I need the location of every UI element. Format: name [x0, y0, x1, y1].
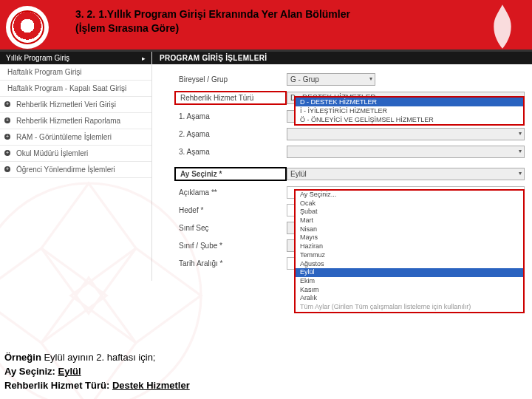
dropdown-option[interactable]: Mayıs	[296, 233, 523, 242]
sidebar-item[interactable]: +Rehberlik Hizmetleri Raporlama	[0, 113, 151, 129]
label-tarih: Tarih Aralığı *	[174, 258, 287, 269]
sidebar-item[interactable]: +RAM - Görüntüleme İşlemleri	[0, 129, 151, 146]
select-ay[interactable]: Eylül▾	[287, 168, 525, 180]
sidebar-item[interactable]: +Okul Müdürü İşlemleri	[0, 146, 151, 162]
select-bireysel-grup[interactable]: G - Grup▾	[287, 73, 375, 86]
main-panel: PROGRAM GİRİŞ İŞLEMLERİ Bireysel / Grup …	[152, 52, 532, 281]
sidebar-item[interactable]: +Rehberlik Hizmetleri Veri Girişi	[0, 97, 151, 113]
dropdown-option[interactable]: Ocak	[296, 200, 523, 208]
label-sinif-sec: Sınıf Seç	[174, 222, 287, 233]
select-asama2[interactable]: ▾	[287, 128, 525, 140]
plus-icon: +	[4, 150, 10, 156]
panel-title: PROGRAM GİRİŞ İŞLEMLERİ	[152, 52, 532, 64]
label-bireysel-grup: Bireysel / Grup	[174, 74, 287, 85]
slide-header: 3. 2. 1.Yıllık Program Girişi Ekranında …	[0, 0, 532, 52]
slide-title: 3. 2. 1.Yıllık Program Girişi Ekranında …	[75, 7, 350, 35]
label-aciklama: Açıklama **	[174, 187, 287, 198]
meb-logo	[6, 6, 49, 49]
chevron-down-icon: ▾	[369, 75, 372, 82]
chevron-down-icon: ▾	[519, 170, 522, 177]
dropdown-option[interactable]: D - DESTEK HİZMETLER	[296, 98, 523, 106]
plus-icon: +	[4, 117, 10, 123]
dropdown-option[interactable]: Eylül	[296, 268, 523, 277]
dropdown-option[interactable]: Haziran	[296, 242, 523, 251]
dropdown-option[interactable]: Tüm Aylar (Girilen Tüm çalışmaları liste…	[296, 303, 523, 312]
dropdown-option[interactable]: Temmuz	[296, 251, 523, 260]
plus-icon: +	[4, 101, 10, 107]
dropdown-option[interactable]: Ekim	[296, 277, 523, 286]
dropdown-rehberlik-hizmet-turu[interactable]: D - DESTEK HİZMETLERİ - İYİLEŞTİRİCİ HİZ…	[294, 96, 525, 126]
label-asama1: 1. Aşama	[174, 111, 287, 122]
chevron-right-icon: ▸	[142, 55, 146, 62]
label-rehberlik-hizmet-turu: Rehberlik Hizmet Türü	[174, 91, 287, 105]
example-text: Örneğin Eylül ayının 2. haftası için; Ay…	[4, 351, 190, 393]
flame-icon	[482, 3, 523, 50]
sidebar-item[interactable]: Haftalık Program - Kapalı Saat Girişi	[0, 81, 151, 97]
label-asama3: 3. Aşama	[174, 146, 287, 157]
sidebar-item[interactable]: Haftalık Program Girişi	[0, 64, 151, 81]
dropdown-option[interactable]: İ - İYİLEŞTİRİCİ HİZMETLER	[296, 106, 523, 115]
label-hedef: Hedef *	[174, 205, 287, 216]
select-asama3[interactable]: ▾	[287, 146, 525, 158]
sidebar-item[interactable]: +Öğrenci Yönlendirme İşlemleri	[0, 162, 151, 178]
plus-icon: +	[4, 134, 10, 140]
left-sidebar: Yıllık Program Giriş▸ Haftalık Program G…	[0, 52, 152, 281]
label-sinif-sube: Sınıf / Şube *	[174, 240, 287, 251]
dropdown-option[interactable]: Aralık	[296, 294, 523, 303]
dropdown-option[interactable]: Mart	[296, 216, 523, 225]
label-ay-seciniz: Ay Seçiniz *	[174, 167, 287, 181]
sidebar-active-item[interactable]: Yıllık Program Giriş▸	[0, 52, 151, 64]
dropdown-option[interactable]: Ağustos	[296, 260, 523, 269]
dropdown-option[interactable]: Ö - ÖNLEYİCİ VE GELİŞİMSEL HİZMETLER	[296, 115, 523, 124]
dropdown-option[interactable]: Kasım	[296, 286, 523, 295]
dropdown-option[interactable]: Ay Seçiniz...	[296, 191, 523, 200]
label-asama2: 2. Aşama	[174, 129, 287, 140]
dropdown-option[interactable]: Şubat	[296, 208, 523, 216]
plus-icon: +	[4, 166, 10, 172]
dropdown-ay[interactable]: Ay Seçiniz...OcakŞubatMartNisanMayısHazi…	[294, 189, 525, 313]
dropdown-option[interactable]: Nisan	[296, 225, 523, 234]
